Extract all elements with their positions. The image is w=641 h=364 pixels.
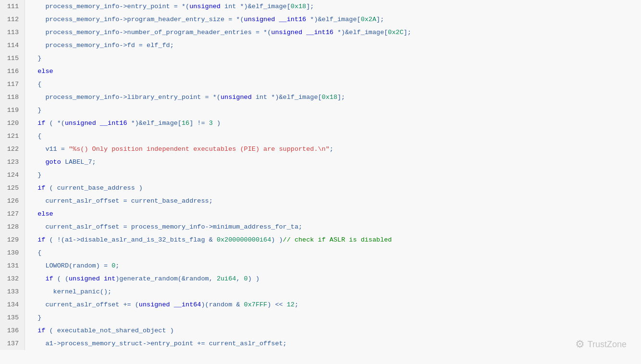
code-line-125: 125 if ( current_base_address ) — [0, 182, 641, 194]
code-line-119: 119 } — [0, 104, 641, 117]
code-line-133: 133 kernel_panic(); — [0, 285, 641, 298]
code-line-126: 126 current_aslr_offset = current_base_a… — [0, 194, 641, 207]
trustzone-icon: ⚙ — [575, 338, 585, 351]
code-line-112: 112 process_memory_info->program_header_… — [0, 13, 641, 26]
code-line-117: 117 { — [0, 78, 641, 91]
code-line-134: 134 current_aslr_offset += (unsigned __i… — [0, 298, 641, 311]
code-line-137: 137 a1->process_memory_struct->entry_poi… — [0, 337, 641, 350]
code-line-115: 115 } — [0, 52, 641, 65]
code-viewer: 111 process_memory_info->entry_point = *… — [0, 0, 641, 364]
code-line-128: 128 current_aslr_offset = process_memory… — [0, 220, 641, 233]
code-line-114: 114 process_memory_info->fd = elf_fd; — [0, 39, 641, 52]
trustzone-watermark: ⚙ TrustZone — [575, 338, 627, 351]
code-line-123: 123 goto LABEL_7; — [0, 156, 641, 169]
code-line-131: 131 LOWORD(random) = 0; — [0, 259, 641, 272]
code-line-136: 136 if ( executable_not_shared_object ) — [0, 324, 641, 337]
code-line-116: 116 else — [0, 65, 641, 78]
code-line-111: 111 process_memory_info->entry_point = *… — [0, 0, 641, 13]
code-line-135: 135 } — [0, 311, 641, 324]
trustzone-label: TrustZone — [588, 340, 627, 350]
code-line-124: 124 } — [0, 169, 641, 182]
code-line-132: 132 if ( (unsigned int)generate_random(&… — [0, 272, 641, 285]
code-line-122: 122 v11 = "%s() Only position independen… — [0, 143, 641, 156]
code-line-127: 127 else — [0, 207, 641, 220]
code-line-129: 129 if ( !(a1->disable_aslr_and_is_32_bi… — [0, 233, 641, 246]
code-line-118: 118 process_memory_info->library_entry_p… — [0, 91, 641, 104]
code-line-130: 130 { — [0, 246, 641, 259]
code-line-120: 120 if ( *(unsigned __int16 *)&elf_image… — [0, 117, 641, 130]
code-line-121: 121 { — [0, 130, 641, 143]
code-line-113: 113 process_memory_info->number_of_progr… — [0, 26, 641, 39]
